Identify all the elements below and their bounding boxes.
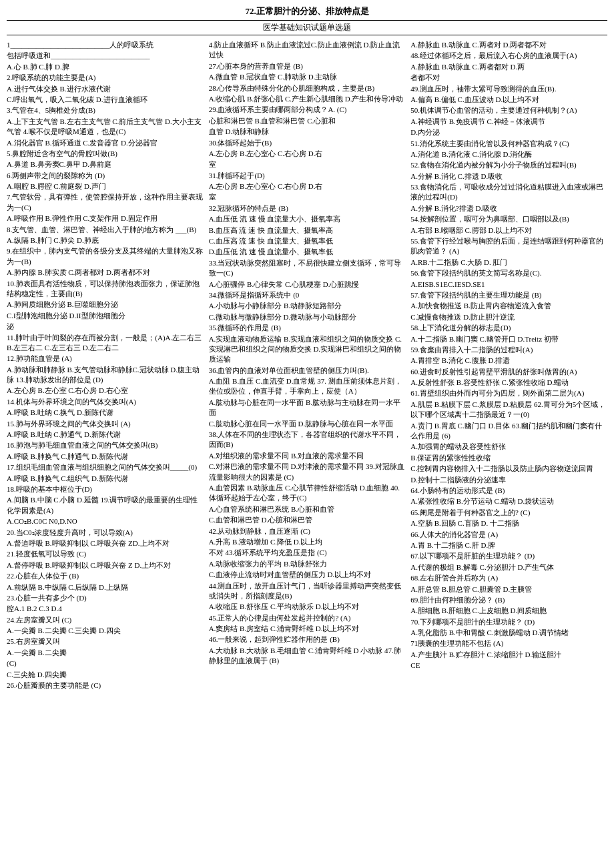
text-line: A.左心房 B.左心室心 C.右心房 D.右 xyxy=(209,149,406,159)
text-line: 57.食管下段括约肌的主要生理功能是 (B) xyxy=(410,290,607,300)
text-line: A.消化器官 B.循环通道 C.发音器官 D.分泌器官 xyxy=(7,138,204,148)
text-line: A.实现血液动物质运输 B.实现血液和组织之间的物质交换 C.实现淋巴和组织之间… xyxy=(209,334,406,365)
text-line: 67.以下哪项不是肝脏的生理功能？ (D) xyxy=(410,551,607,561)
text-line: D.血压低 流 速 慢 血流量小、摄氧率低 xyxy=(209,247,406,257)
column-1: 1___________________________人的呼吸系统包括呼吸道和… xyxy=(7,39,204,691)
text-line: 24.左房室瓣又叫 (C) xyxy=(7,615,204,625)
text-line: 29.血液循环系主要由哪两部分构成？A. (C) xyxy=(209,105,406,115)
text-line: 36.血管内的血液对单位面积血管壁的侧压力叫(B). xyxy=(209,366,406,376)
text-line: C.减慢食物推送 D.防止胆汁逆流 xyxy=(410,312,607,322)
text-line: 6.两侧声带之间的裂隙称为 (D) xyxy=(7,171,204,181)
text-line: B.血压高 流 速 快 血流量大、摄氧率高 xyxy=(209,226,406,236)
text-line: 16.肺泡与肺毛细血管血液之间的气体交换叫(B) xyxy=(7,440,204,450)
text-line: 35.微循环的作用是 (B) xyxy=(209,323,406,333)
text-line: A.肺动脉和肺静脉 B.支气管动脉和静脉C.冠状动脉 D.腹主动脉 13.肺动脉… xyxy=(7,365,204,386)
text-line: A.一尖瓣 B.二尖瓣 xyxy=(7,648,204,658)
text-line: A.胆细胞 B.肝细胞 C.上皮细胞 D.间质细胞 xyxy=(410,606,607,616)
text-line: 10.肺表面具有活性物质，可以保持肺泡表面张力，保证肺泡结构稳定性，主要由(B) xyxy=(7,279,204,300)
text-line: 14.机体与外界环境之间的气体交换叫(A) xyxy=(7,397,204,407)
text-line: 21.轻度低氧可以导致 (C) xyxy=(7,549,204,559)
text-line: 腔A.1 B.2 C.3 D.4 xyxy=(7,604,204,614)
text-line: (C) xyxy=(7,659,204,669)
text-line: A.微血管 B.冠状血管 C.肺动脉 D.主动脉 xyxy=(209,72,406,82)
text-line: 25.右房室瓣又叫 xyxy=(7,636,204,646)
text-line: 心脏和淋巴管 B.血管和淋巴管 C.心脏和 xyxy=(209,116,406,126)
text-line: 70.下列哪项不是胆汁的生理功能？ (D) xyxy=(410,617,607,627)
text-line: 50.机体调节心血管的活动，主要通过何种机制？(A) xyxy=(410,105,607,115)
text-line: 17.组织毛细血管血液与组织细胞之间的气体交换叫_____(0) xyxy=(7,462,204,472)
text-line: C.血压高 流 速 快 血流量大、摄氧率低 xyxy=(209,236,406,246)
column-2: 4.防止血液循环 B.防止血液流过C.防止血液倒流 D.防止血流过快27.心脏本… xyxy=(209,39,406,691)
text-line: 46.一般来说，起到弹性贮器作用的是 (B) xyxy=(209,634,406,644)
text-line: 室 xyxy=(209,192,406,202)
text-line: A.肌层 B.粘膜下层 C.浆膜层 D.粘膜层 62.胃可分为5个区域，以下哪个… xyxy=(410,400,607,420)
text-line: 53.食物消化后，可吸收成分过过消化道粘膜进入血液或淋巴液的过程叫(D) xyxy=(410,182,607,203)
text-line: 34.微循环是指循环系统中 (0 xyxy=(209,290,406,300)
text-line: 者都不对 xyxy=(410,73,607,83)
text-line: 9.在组织中，肺内支气管的各级分支及其终端的大量肺泡又称为一(B) xyxy=(7,246,204,267)
text-line: A.血管因素 B.动脉血压 C.心肌节律性舒缩活动 D.血细胞 40.体循环起始… xyxy=(209,483,406,504)
text-line: 30.体循环起始于(B) xyxy=(209,138,406,148)
text-line: C.肱动脉心脏在同一水平面 D.肱静脉与心脏在同一水平面 xyxy=(209,419,406,429)
text-line: 55.食管下行经过喉与胸腔的后面，是连结咽跟到何种器官的肌肉管道？ (A) xyxy=(410,236,607,257)
text-line: A.呼吸 B.肺换气 C.组织气 D.新陈代谢 xyxy=(7,474,204,484)
text-line: A.消化道 B.消化液 C.消化腺 D.消化酶 xyxy=(410,149,607,159)
text-line: A.空肠 B.回肠 C.盲肠 D. 十二指肠 xyxy=(410,518,607,528)
text-line: A.间脑 B.中脑 C.小脑 D.延髓 19.调节呼吸的最重要的生理性化学因素是… xyxy=(7,495,204,516)
text-line: A.一尖瓣 B.二尖瓣 C.三尖瓣 D.四尖 xyxy=(7,626,204,636)
text-line: 60.进食时反射性引起胃壁平滑肌的舒张叫做胃的(A) xyxy=(410,367,607,377)
page-subtitle: 医学基础知识试题单选题 xyxy=(7,20,607,35)
text-line: A.呼吸 B.吐纳 C.肺通气 D.新陈代谢 xyxy=(7,430,204,440)
text-line: A.左心房 B.左心室心 C.右心房 D.右 xyxy=(209,181,406,191)
text-line: A.静脉血 B.动脉血 C.两者对 D.两者都不对 xyxy=(410,40,607,50)
text-line: A.心血管系统和淋巴系统 B.心脏和血管 xyxy=(209,504,406,514)
text-line: A.产生胰汁 B.贮存胆汁 C.浓缩胆汁 D.输送胆汁 xyxy=(410,650,607,660)
text-line: C.血液停止流动时对血管壁的侧压力 D.以上均不对 xyxy=(209,570,406,580)
text-line: A.纵隔 B.肺门 C.肺尖 D.肺底 xyxy=(7,236,204,246)
text-line: A.紧张性收缩 B.分节运动 C.蠕动 D.袋状运动 xyxy=(410,496,607,506)
text-line: A.收缩心肌 B.舒张心肌 C.产生新心肌细胞 D.产生和传导冲动 xyxy=(209,94,406,104)
text-line: CE xyxy=(410,661,607,671)
text-line: A.呼吸作用 B.弹性作用 C.支架作用 D.固定作用 xyxy=(7,213,204,224)
text-line: 1___________________________人的呼吸系统 xyxy=(7,40,204,50)
text-line: A.左心房 B.左心室 C.右心房 D.右心室 xyxy=(7,386,204,396)
text-line: 20.当C0₂浓度轻度升高时，可以导致(A) xyxy=(7,528,204,538)
text-line: A.CO₂B.C0C N0,D.NO xyxy=(7,516,204,526)
text-line: 65.阑尾是附着于何种器官之上的? (C) xyxy=(410,508,607,518)
text-line: 4.防止血液循环 B.防止血液流过C.防止血液倒流 D.防止血流过快 xyxy=(209,40,406,61)
text-line: 33.当冠状动脉突然阻塞时，不易很快建立侧支循环，常可导致一(C) xyxy=(209,258,406,279)
text-line: A.呼吸 B.肺换气 C.肺通气 D.新陈代谢 xyxy=(7,452,204,462)
text-line: 18.呼吸的基本中枢位于(D) xyxy=(7,484,204,494)
text-line: 2.呼吸系统的功能主要是(A) xyxy=(7,73,204,83)
text-line: 45.正常人的心律是由何处发起并控制的? (A) xyxy=(209,613,406,623)
text-line: A.反射性舒张 B.容受性舒张 C.紧张性收缩 D.蠕动 xyxy=(410,378,607,388)
text-line: 49.测血压时，袖带太紧可导致测得的血压(B). xyxy=(410,84,607,94)
text-line: A.窦房结 B.房室结 C.浦肯野纤维 D.以上均不对 xyxy=(209,624,406,634)
text-line: A.对组织液的需求量不同 B.对血液的需求量不同 xyxy=(209,451,406,461)
text-line: 58.上下消化道分解的标志是(D) xyxy=(410,323,607,333)
text-line: A.肝总管 B.胆总管 C.胆囊管 D.主胰管 xyxy=(410,584,607,594)
text-line: 室 xyxy=(209,159,406,169)
text-line: A.加快食物推送 B.防止胃内容物逆流入食管 xyxy=(410,301,607,311)
text-line: 51.消化系统主要由消化管以及何种器官构成？(C) xyxy=(410,139,607,149)
text-line: A.乳化脂肪 B.中和胃酸 C.刺激肠蠕动 D.调节情绪 xyxy=(410,628,607,638)
text-line: A.小动脉与小静脉部分 B.动静脉短路部分 xyxy=(209,301,406,311)
text-line: A.收缩压 B.舒张压 C.平均动脉乐 D.以上均不对 xyxy=(209,602,406,612)
page-title: 72.正常胆汁的分泌、排放特点是 xyxy=(7,5,607,17)
text-line: 69.胆汁由何种细胞分泌？ (B) xyxy=(410,595,607,605)
text-line: A.偏高 B.偏低 C.血压波动 D.以上均不对 xyxy=(410,95,607,105)
text-line: A.鼻道 B.鼻旁窦C.鼻甲 D.鼻前庭 xyxy=(7,159,204,169)
text-line: 11.肺叶由于叶间裂的存在而被分割，一般是；(A)A.左二右三 B.左三右二 C… xyxy=(7,333,204,354)
text-line: A.十二指肠 B.幽门窦 C.幽管开口 D.Treitz 初带 xyxy=(410,334,607,344)
text-line: 32.冠脉循环的特点是 (B) xyxy=(209,203,406,213)
text-line: A.进行气体交换 B.进行水液代谢 xyxy=(7,84,204,94)
text-line: A.前纵隔 B.中纵隔 C.后纵隔 D.上纵隔 xyxy=(7,582,204,592)
text-line: 31.肺循环起于(D) xyxy=(209,171,406,181)
text-line: C.I型肺泡细胞分泌 D.II型肺泡细胞分 xyxy=(7,311,204,321)
text-line: 71胰囊的生理功能不包括 (A) xyxy=(410,638,607,648)
text-line: 52.食物在消化道内被分解为小分子物质的过程叫(B) xyxy=(410,160,607,170)
text-line: C.控制胃内容物排入十二指肠以及防止肠内容物逆流回胃 xyxy=(410,464,607,474)
text-line: 61.胃壁组织由外而内可分为四层，则外面第二层为(A) xyxy=(410,388,607,398)
text-line: A.血阻 B.血压 C.血流变 D.血常规 37. 测血压前须体息片刻，坐位或卧… xyxy=(209,376,406,397)
text-line: 28.心传导系由特殊分化的心肌细胞构成，主要是(B) xyxy=(209,83,406,93)
